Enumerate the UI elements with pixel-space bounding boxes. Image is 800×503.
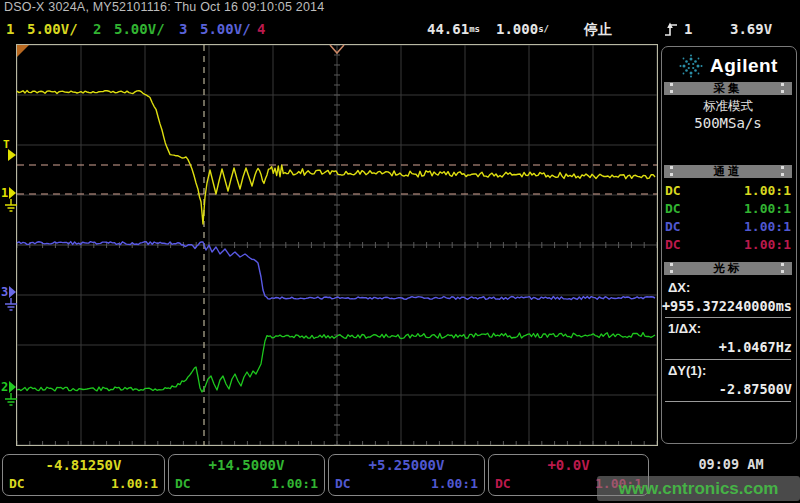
trigger-slope-icon	[664, 21, 678, 37]
ch1-trace	[17, 91, 655, 224]
ch2-voltage: +14.5000V	[175, 456, 318, 475]
channel-row-4[interactable]: DC 1.00:1	[665, 236, 791, 254]
ch3-zero-marker-icon[interactable]	[9, 286, 16, 298]
waveform-display[interactable]: T132	[0, 42, 660, 453]
drag-grip-icon[interactable]	[781, 83, 784, 93]
ch2-coupling: DC	[665, 200, 681, 218]
ch3-button[interactable]: 3	[179, 16, 187, 42]
acquisition-mode: 标准模式	[664, 98, 792, 115]
ch3-coupling: DC	[665, 218, 681, 236]
drag-grip-icon[interactable]	[781, 263, 784, 273]
ch2-probe: 1.00:1	[744, 200, 791, 218]
ch1-coupling-bottom: DC	[9, 475, 25, 493]
ch3-probe-bottom: 1.00:1	[431, 475, 478, 493]
ch2-zero-marker-icon[interactable]	[9, 381, 16, 393]
drag-grip-icon[interactable]	[670, 166, 673, 176]
cursors-header-label: 光标	[714, 262, 743, 274]
brand-logo: Agilent	[660, 50, 796, 82]
cursors-section-header[interactable]: 光标	[664, 262, 792, 275]
ch3-probe: 1.00:1	[744, 218, 791, 236]
delay-value: 44.61	[427, 21, 469, 37]
acquisition-section-header[interactable]: 采集	[664, 82, 792, 95]
ch4-coupling-bottom: DC	[495, 475, 511, 493]
ch3-measure-panel[interactable]: +5.25000V DC 1.00:1	[328, 454, 485, 496]
ch3-zero-label: 3	[1, 285, 8, 299]
ch1-button[interactable]: 1	[6, 16, 14, 42]
timebase-readout[interactable]: 1.000s/	[496, 16, 549, 42]
inv-dx-label: 1/ΔX:	[668, 321, 701, 336]
ground-icon	[5, 298, 17, 310]
inv-dx-value: +1.0467Hz	[719, 339, 792, 355]
trigger-level[interactable]: 3.69V	[730, 16, 772, 42]
ch2-coupling-bottom: DC	[175, 475, 191, 493]
ch1-probe-bottom: 1.00:1	[111, 475, 158, 493]
sample-rate: 500MSa/s	[664, 115, 792, 131]
ground-icon	[5, 393, 17, 405]
ch2-measure-panel[interactable]: +14.5000V DC 1.00:1	[168, 454, 325, 496]
channels-header-label: 通道	[714, 165, 743, 177]
dx-label: ΔX:	[668, 280, 690, 295]
dx-value: +955.372240000ms	[662, 298, 792, 314]
timebase-unit: s/	[538, 24, 549, 34]
clock: 09:09 AM	[688, 456, 774, 472]
ch1-zero-label: 1	[1, 186, 8, 200]
trigger-source[interactable]: 1	[684, 16, 692, 42]
ch2-trace	[17, 333, 655, 392]
trigger-level-label: T	[3, 138, 10, 151]
ch3-scale[interactable]: 5.00V/	[200, 16, 251, 42]
ch4-voltage: +0.0V	[495, 456, 642, 475]
channel-markers: T132	[1, 138, 17, 405]
dy-label: ΔY(1):	[668, 363, 706, 378]
brand-name: Agilent	[710, 55, 778, 77]
graticule	[17, 45, 657, 445]
channel-row-3[interactable]: DC 1.00:1	[665, 218, 791, 236]
ch3-coupling-bottom: DC	[335, 475, 351, 493]
trigger-level-marker-icon[interactable]	[8, 149, 16, 161]
ground-icon	[5, 199, 17, 211]
dy-value: -2.87500V	[719, 381, 792, 397]
acquisition-header-label: 采集	[714, 82, 743, 94]
ch1-voltage: -4.81250V	[9, 456, 158, 475]
run-state[interactable]: 停止	[584, 16, 612, 42]
ch1-measure-panel[interactable]: -4.81250V DC 1.00:1	[2, 454, 165, 496]
ch1-coupling: DC	[665, 182, 681, 200]
ch4-button[interactable]: 4	[257, 16, 265, 42]
channel-row-2[interactable]: DC 1.00:1	[665, 200, 791, 218]
ch1-probe: 1.00:1	[744, 182, 791, 200]
ch1-scale[interactable]: 5.00V/	[27, 16, 78, 42]
ch2-probe-bottom: 1.00:1	[271, 475, 318, 493]
delay-unit: ms	[469, 24, 480, 34]
drag-grip-icon[interactable]	[670, 83, 673, 93]
timebase-value: 1.000	[496, 21, 538, 37]
ch1-zero-marker-icon[interactable]	[9, 187, 16, 199]
status-bar: 1 5.00V/ 2 5.00V/ 3 5.00V/ 4 44.61ms 1.0…	[0, 16, 800, 42]
title-bar: DSO-X 3024A, MY52101116: Thu Oct 16 09:1…	[4, 0, 800, 16]
ch3-voltage: +5.25000V	[335, 456, 478, 475]
divider	[665, 359, 791, 360]
ch2-button[interactable]: 2	[93, 16, 101, 42]
sidebar-menu: Agilent 采集 标准模式 500MSa/s 通道 DC 1.00:1 DC…	[660, 42, 800, 452]
delay-readout[interactable]: 44.61ms	[408, 16, 480, 42]
divider	[665, 401, 791, 402]
ch3-trace	[17, 242, 655, 300]
ch2-scale[interactable]: 5.00V/	[114, 16, 165, 42]
ch4-coupling: DC	[665, 236, 681, 254]
divider	[665, 317, 791, 318]
channels-section-header[interactable]: 通道	[664, 165, 792, 178]
channel-row-1[interactable]: DC 1.00:1	[665, 182, 791, 200]
drag-grip-icon[interactable]	[781, 166, 784, 176]
ch4-probe: 1.00:1	[744, 236, 791, 254]
watermark: www.cntronics.com	[597, 476, 800, 501]
time-reference-icon	[17, 45, 29, 57]
ch2-zero-label: 2	[1, 380, 8, 394]
drag-grip-icon[interactable]	[670, 263, 673, 273]
agilent-spark-icon	[678, 53, 704, 79]
